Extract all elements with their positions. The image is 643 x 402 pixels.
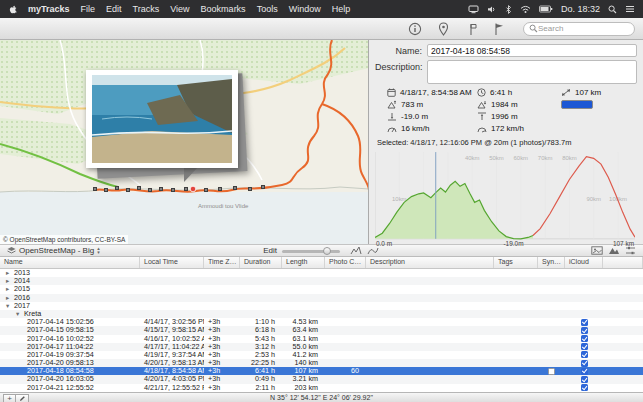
spotlight-search-icon[interactable] [608, 5, 617, 14]
col-description[interactable]: Description [366, 257, 494, 268]
svg-text:80km: 80km [562, 155, 577, 161]
speed-chart-icon [367, 246, 379, 255]
apple-icon [8, 4, 18, 15]
elevation-chart-toggle[interactable] [349, 245, 364, 256]
menu-help[interactable]: Help [332, 4, 351, 14]
table-row[interactable]: 2017-04-15 09:58:15 4/15/17, 9:58:15 AM … [0, 326, 643, 334]
table-folder-row[interactable]: ▾Kreta [0, 310, 643, 318]
menu-tracks[interactable]: Tracks [133, 4, 160, 14]
icloud-checkbox[interactable] [581, 351, 588, 358]
icloud-checkbox[interactable] [581, 376, 588, 383]
info-button[interactable] [405, 21, 425, 37]
table-row-selected[interactable]: 2017-04-18 08:54:58 4/18/17, 8:54:58 AM … [0, 367, 643, 375]
info-icon [408, 22, 422, 36]
slider-knob[interactable] [323, 247, 331, 255]
col-icloud[interactable]: iCloud [565, 257, 603, 268]
disclosure-icon[interactable]: ▸ [6, 285, 14, 293]
map-view[interactable]: Ammoudi tou Vlide © OpenStreetMap contri [0, 40, 369, 244]
icloud-checkbox[interactable] [581, 335, 588, 342]
cell-description [366, 384, 494, 392]
col-sync[interactable]: Sync P... [538, 257, 565, 268]
wifi-status-icon[interactable] [520, 5, 531, 14]
add-track-button[interactable]: + [3, 394, 16, 402]
search-field[interactable] [523, 22, 635, 36]
menu-window[interactable]: Window [289, 4, 321, 14]
add-waypoint-button[interactable] [433, 21, 453, 37]
edit-track-button[interactable] [16, 394, 29, 402]
notification-center-icon[interactable] [625, 5, 635, 13]
table-group-row[interactable]: ▸2016 [0, 294, 643, 302]
battery-status-icon[interactable] [539, 5, 553, 13]
disclosure-icon[interactable]: ▸ [6, 294, 14, 302]
volume-status-icon[interactable] [487, 5, 497, 14]
sync-checkbox[interactable] [548, 368, 555, 375]
table-group-row[interactable]: ▸2013 [0, 269, 643, 277]
menu-tools[interactable]: Tools [257, 4, 278, 14]
icloud-checkbox[interactable] [581, 360, 588, 367]
menu-bookmarks[interactable]: Bookmarks [201, 4, 246, 14]
disclosure-icon[interactable]: ▾ [16, 310, 24, 318]
map-provider-select[interactable]: OpenStreetMap - Big ▴▾ [4, 246, 103, 255]
search-input[interactable] [538, 24, 628, 33]
svg-text:60km: 60km [514, 155, 529, 161]
photo-callout-tail [184, 166, 199, 182]
table-group-row[interactable]: ▸2015 [0, 285, 643, 293]
photo-callout[interactable] [86, 70, 238, 170]
icloud-checkbox[interactable] [581, 343, 588, 350]
cell-sync [538, 326, 565, 334]
icloud-checkbox[interactable] [581, 327, 588, 334]
table-row[interactable]: 2017-04-20 09:58:13 4/20/17, 9:58:13 AM … [0, 359, 643, 367]
disclosure-icon[interactable]: ▸ [6, 269, 14, 277]
track-name-input[interactable] [427, 44, 637, 57]
track-description-input[interactable] [427, 60, 637, 84]
menu-edit[interactable]: Edit [106, 4, 122, 14]
table-row[interactable]: 2017-04-14 15:02:56 4/14/17, 3:02:56 PM … [0, 318, 643, 326]
menu-bar: myTracks File Edit Tracks View Bookmarks… [0, 0, 643, 18]
cell-icloud [565, 326, 603, 334]
bluetooth-status-icon[interactable] [505, 5, 512, 14]
map-zoom-slider[interactable] [282, 246, 340, 256]
add-signpost-button[interactable] [461, 21, 481, 37]
cell-description [366, 351, 494, 359]
col-name[interactable]: Name [0, 257, 140, 268]
track-color-swatch[interactable] [561, 100, 593, 109]
cell-length: 4.53 km [282, 318, 325, 326]
table-row[interactable]: 2017-04-21 12:55:52 4/21/17, 12:55:52 PM… [0, 384, 643, 392]
table-group-row[interactable]: ▾2017 [0, 302, 643, 310]
menu-app-name[interactable]: myTracks [28, 4, 70, 14]
settings-sliders-icon [625, 246, 636, 255]
icloud-checkbox[interactable] [581, 319, 588, 326]
apple-menu[interactable] [8, 4, 18, 15]
col-duration[interactable]: Duration [240, 257, 282, 268]
table-row[interactable]: 2017-04-20 16:03:05 4/20/17, 4:03:05 PM … [0, 375, 643, 383]
edit-mode-label[interactable]: Edit [263, 246, 277, 255]
icloud-checkbox[interactable] [581, 368, 588, 375]
photo-frame[interactable] [86, 70, 238, 168]
cell-sync [538, 318, 565, 326]
menu-view[interactable]: View [170, 4, 189, 14]
elevation-profile-chart[interactable]: 10km20km30km40km50km60km70km80km90km100k… [375, 148, 635, 247]
menu-file[interactable]: File [81, 4, 96, 14]
col-tags[interactable]: Tags [494, 257, 538, 268]
col-time-zone[interactable]: Time Zone [204, 257, 240, 268]
cell-sync [538, 375, 565, 383]
svg-text:107 km: 107 km [613, 240, 635, 247]
col-local-time[interactable]: Local Time [140, 257, 204, 268]
table-group-row[interactable]: ▸2014 [0, 277, 643, 285]
cell-time-zone: +3h [204, 343, 240, 351]
cell-local-time: 4/19/17, 9:37:54 AM [140, 351, 204, 359]
track-table[interactable]: ▸2013 ▸2014 ▸2015 ▸2016 ▾2017 ▾Kreta 201… [0, 269, 643, 392]
selected-photo-pin[interactable] [190, 186, 196, 192]
table-row[interactable]: 2017-04-19 09:37:54 4/19/17, 9:37:54 AM … [0, 351, 643, 359]
table-row[interactable]: 2017-04-17 11:04:22 4/17/17, 11:04:22 AM… [0, 343, 643, 351]
add-flag-button[interactable] [489, 21, 509, 37]
table-row[interactable]: 2017-04-16 10:02:52 4/16/17, 10:02:52 AM… [0, 335, 643, 343]
col-photo-count[interactable]: Photo Count [325, 257, 366, 268]
disclosure-icon[interactable]: ▾ [6, 302, 14, 310]
col-length[interactable]: Length [282, 257, 325, 268]
icloud-checkbox[interactable] [581, 384, 588, 391]
disclosure-icon[interactable]: ▸ [6, 277, 14, 285]
stat-max-speed-value: 172 km/h [491, 124, 524, 133]
menu-clock[interactable]: Do. 18:32 [561, 4, 600, 14]
display-status-icon[interactable] [468, 5, 479, 14]
